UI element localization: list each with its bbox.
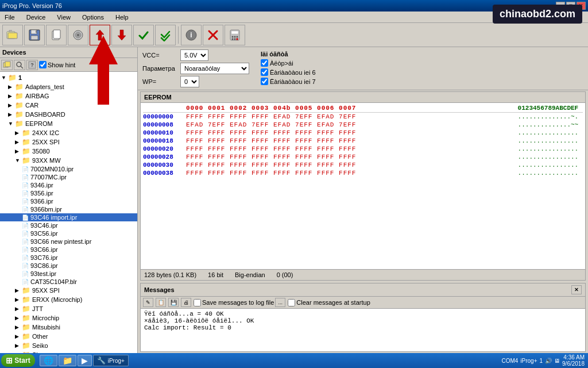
checksum-button[interactable]	[155, 25, 176, 45]
tree-item-9366[interactable]: 📄 9366.ipr	[0, 197, 137, 205]
stop-button[interactable]	[203, 25, 223, 45]
folder-icon: 📁	[15, 83, 24, 91]
tree-item-93c66-new[interactable]: 📄 93C66 new pintest.ipr	[0, 237, 137, 246]
tree-item-95xx[interactable]: ▶ 📁 95XX SPI	[0, 286, 137, 295]
checkbox-input-3[interactable]	[261, 78, 268, 85]
tree-item-93c66[interactable]: 📄 93C66.ipr	[0, 246, 137, 254]
tree-item-93c46-import[interactable]: 📄 93C46 import.ipr	[0, 213, 137, 221]
file-icon: 📄	[22, 271, 29, 277]
msg-log-browse[interactable]: ...	[275, 298, 285, 307]
msg-tb-save[interactable]: 💾	[168, 298, 179, 307]
file-icon: 📄	[22, 255, 29, 261]
menu-help[interactable]: Help	[113, 13, 131, 22]
tree-item-93test[interactable]: 📄 93test.ipr	[0, 270, 137, 278]
network-icon[interactable]: 🖥	[554, 358, 560, 364]
vcc-row: VCC= 5.0V 3.3V	[142, 49, 249, 61]
menu-file[interactable]: File	[2, 13, 17, 22]
eeprom-content[interactable]: 0000 0001 0002 0003 004b 0005 0006 0007 …	[141, 103, 585, 269]
folder-icon: 📁	[22, 332, 30, 340]
folder-icon: 📁	[22, 296, 30, 304]
volume-icon[interactable]: 🔊	[545, 358, 552, 364]
checkbox-input-2[interactable]	[261, 68, 268, 76]
device-info-button[interactable]: i	[181, 25, 202, 45]
eeprom-value: 0 (00)	[277, 271, 293, 278]
tree-item-car[interactable]: ▶ 📁 CAR	[0, 101, 137, 110]
tree-item-other[interactable]: ▶ 📁 Other	[0, 332, 137, 341]
svg-point-24	[232, 38, 234, 40]
tree-item-label: 1	[18, 74, 22, 81]
svg-line-30	[21, 66, 23, 68]
start-button[interactable]: ⊞ Start	[1, 354, 35, 367]
read-button[interactable]	[68, 25, 88, 45]
tree-item-dashboard[interactable]: ▶ 📁 DASHBOARD	[0, 110, 137, 119]
tree-item-label: 93XX MW	[32, 157, 61, 164]
save-button[interactable]	[24, 25, 45, 45]
tree-item-adapters[interactable]: ▶ 📁 Adapters_test	[0, 82, 137, 91]
svg-rect-26	[237, 38, 238, 40]
taskbar-status-com: COM4	[501, 358, 518, 364]
tree-item-77007mc[interactable]: 📄 77007MC.ipr	[0, 173, 137, 181]
tree-root-1[interactable]: ▼ 📁 1	[0, 73, 137, 82]
tree-item-9346[interactable]: 📄 9346.ipr	[0, 181, 137, 189]
tree-item-93xx[interactable]: ▼ 📁 93XX MW	[0, 156, 137, 165]
devices-header: Devices	[0, 47, 137, 58]
tree-item-mitsubishi[interactable]: ▶ 📁 Mitsubishi	[0, 323, 137, 332]
taskbar-media-icon[interactable]: ▶	[78, 355, 92, 366]
folder-icon: 📁	[22, 342, 30, 350]
file-icon: 📄	[22, 263, 29, 269]
calculator-button[interactable]	[225, 25, 245, 45]
msg-tb-pencil[interactable]: ✎	[143, 298, 153, 307]
tree-item-93c86[interactable]: 📄 93C86.ipr	[0, 262, 137, 270]
tree-item-airbag[interactable]: ▶ 📁 AIRBAG	[0, 91, 137, 101]
tree-item-9366bm[interactable]: 📄 9366bm.ipr	[0, 205, 137, 213]
tree-item-jtt[interactable]: ▶ 📁 JTT	[0, 304, 137, 313]
devices-tb-btn1[interactable]	[1, 60, 13, 70]
taskbar-iprog-app[interactable]: 🔧 iProg+	[93, 355, 129, 366]
vcc-select[interactable]: 5.0V 3.3V	[180, 49, 208, 61]
tree-item-microchip[interactable]: ▶ 📁 Microchip	[0, 313, 137, 323]
tree-item-93c46[interactable]: 📄 93C46.ipr	[0, 221, 137, 229]
wp-select[interactable]: 0 1	[180, 76, 199, 87]
download-button[interactable]	[111, 25, 132, 45]
checkbox-label-1: Àëòp>ái	[270, 60, 293, 67]
open-button[interactable]	[2, 25, 23, 45]
watermark: chinaobd2.com	[493, 5, 582, 24]
taskbar-ie-icon[interactable]: 🌐	[40, 355, 57, 366]
eeprom-panel: EEPROM 0000 0001 0002 0003 004b 0005 000…	[140, 91, 586, 281]
tree-item-eeprom[interactable]: ▼ 📁 EEPROM	[0, 119, 137, 128]
msg-tb-print[interactable]: 🖨	[181, 298, 191, 307]
msg-tb-copy[interactable]: 📋	[156, 298, 166, 307]
menu-device[interactable]: Device	[24, 13, 48, 22]
devices-tb-btn3[interactable]: ?	[26, 60, 38, 70]
taskbar-folder-icon[interactable]: 📁	[59, 355, 76, 366]
tree-item-label: 9366bm.ipr	[30, 206, 62, 213]
expand-icon[interactable]: ▼	[1, 75, 8, 80]
tree-item-93c56[interactable]: 📄 93C56.ipr	[0, 229, 137, 237]
tree-item-7002mn010[interactable]: 📄 7002MN010.ipr	[0, 165, 137, 173]
tree-item-9356[interactable]: 📄 9356.ipr	[0, 189, 137, 197]
folder-icon: 📁	[15, 101, 24, 109]
tree-item-24xx[interactable]: ▶ 📁 24XX I2C	[0, 128, 137, 137]
tree-item-label: 93C46 import.ipr	[30, 214, 77, 221]
tree-item-cat35c104p[interactable]: 📄 CAT35C104P.blr	[0, 278, 137, 286]
menu-options[interactable]: Options	[80, 13, 106, 22]
upload-button[interactable]	[90, 25, 110, 45]
tree-item-erxx[interactable]: ▶ 📁 ERXX (Microchip)	[0, 295, 137, 304]
show-hint-checkbox[interactable]	[39, 61, 47, 68]
verify-button[interactable]	[133, 25, 154, 45]
menu-view[interactable]: View	[55, 13, 73, 22]
tree-item-25xx[interactable]: ▶ 📁 25XX SPI	[0, 137, 137, 147]
tree-item-35080[interactable]: ▶ 📁 35080	[0, 147, 137, 156]
svg-rect-7	[36, 30, 37, 33]
copy-button[interactable]	[46, 25, 67, 45]
checkbox-input-1[interactable]	[261, 59, 268, 67]
devices-search-btn[interactable]	[14, 60, 25, 70]
param-select[interactable]: Noaraaôólay	[180, 63, 249, 74]
msg-log-checkbox[interactable]	[194, 299, 201, 306]
checkbox-altpai: Àëòp>ái	[261, 59, 316, 67]
msg-clear-checkbox[interactable]	[288, 299, 295, 306]
tree-item-seiko[interactable]: ▶ 📁 Seiko	[0, 341, 137, 350]
tree-item-93c76[interactable]: 📄 93C76.ipr	[0, 254, 137, 262]
messages-close-btn[interactable]: ✕	[571, 285, 582, 294]
messages-toolbar: ✎ 📋 💾 🖨 Save messages to log file ... Cl…	[141, 297, 585, 309]
